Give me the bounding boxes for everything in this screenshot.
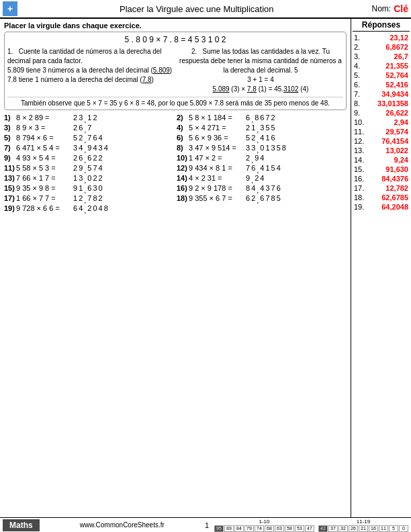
- digit: 6: [79, 124, 83, 132]
- problem-number: 5): [4, 134, 16, 142]
- problem-row: 17)1 66 × 7 7 =12,782: [4, 193, 174, 203]
- stat-label-1-10: 1-10: [259, 519, 269, 525]
- decimal-comma: ,: [84, 146, 86, 154]
- digit: 5: [87, 164, 91, 172]
- reponse-num: 17.: [354, 184, 364, 192]
- stat-cell: 58: [285, 525, 294, 532]
- digit: 4: [79, 144, 83, 152]
- problem-row: 12)9 434 × 8 1 =76,4154: [177, 163, 347, 173]
- reponse-num: 14.: [354, 156, 364, 164]
- stat-cell: 37: [328, 525, 338, 532]
- decimal-comma: ,: [84, 156, 86, 164]
- reponse-val: 12,782: [385, 184, 408, 192]
- reponse-item: 8.33,01358: [353, 99, 410, 108]
- decimal-comma: ,: [84, 206, 86, 214]
- stat-cell: 5: [389, 525, 398, 532]
- problem-equation: 6 471 × 5 4 =: [16, 144, 73, 152]
- digit: 3: [79, 114, 83, 122]
- problem-answer: 9,24: [246, 174, 264, 182]
- problem-number: 8): [177, 144, 189, 152]
- reponse-num: 10.: [354, 118, 364, 126]
- digit: 8: [104, 204, 108, 212]
- reponse-item: 12.76,4154: [353, 136, 410, 146]
- digit: 3: [251, 144, 255, 152]
- stat-cell: 32: [338, 525, 348, 532]
- stat-cell: 26: [349, 525, 358, 532]
- reponse-val: 23,12: [390, 34, 408, 42]
- problem-answer: 23,12: [73, 114, 97, 122]
- digit: 6: [246, 114, 250, 122]
- problem-answer: 21,355: [246, 124, 275, 132]
- reponse-item: 16.84,4376: [353, 174, 410, 183]
- stat-cell: 0: [399, 525, 408, 532]
- reponse-num: 19.: [354, 203, 364, 211]
- footer-url: www.CommonCoreSheets.fr: [45, 521, 199, 529]
- reponse-num: 2.: [354, 43, 360, 51]
- reponse-val: 21,355: [385, 62, 408, 70]
- digit: 8: [246, 184, 250, 192]
- stat-row-1: 95898479746863585347: [214, 525, 314, 532]
- digit: 8: [282, 144, 286, 152]
- digit: 9: [87, 144, 91, 152]
- digit: 6: [246, 194, 250, 202]
- problem-equation: 4 × 2 31 =: [189, 174, 246, 182]
- reponse-item: 9.26,622: [353, 108, 410, 118]
- reponse-item: 19.64,2048: [353, 202, 410, 212]
- digit: 6: [73, 204, 77, 212]
- problem-answer: 29,574: [73, 164, 103, 172]
- digit: 5: [246, 134, 250, 142]
- digit: 7: [271, 184, 275, 192]
- reponse-num: 1.: [354, 34, 360, 42]
- nom-label: Nom:: [372, 4, 392, 13]
- problem-equation: 3 47 × 9 514 =: [189, 144, 246, 152]
- digit: 1: [79, 184, 83, 192]
- digit: 6: [271, 134, 275, 142]
- digit: 4: [79, 204, 83, 212]
- problem-answer: 34,9434: [73, 144, 108, 152]
- problem-answer: 76,4154: [246, 164, 281, 172]
- stat-group-11-19: 11-19 4237322621161150: [318, 519, 408, 532]
- problem-answer: 6,8672: [246, 114, 275, 122]
- digit: 2: [73, 114, 77, 122]
- digit: 0: [99, 184, 103, 192]
- problem-equation: 7 66 × 1 7 =: [16, 174, 73, 182]
- reponse-item: 1.23,12: [353, 33, 410, 42]
- decimal-comma: ,: [251, 156, 253, 164]
- problem-answer: 33,01358: [246, 144, 286, 152]
- stat-cell: 89: [224, 525, 234, 532]
- problem-equation: 5 6 × 9 36 =: [189, 134, 246, 142]
- stat-cell: 47: [305, 525, 314, 532]
- digit: 2: [251, 194, 255, 202]
- example-col-left: 1. Cuente la cantidad de números a la de…: [7, 47, 173, 94]
- reponse-val: 26,622: [385, 109, 408, 117]
- decimal-comma: ,: [84, 116, 86, 124]
- digit: 4: [277, 164, 281, 172]
- reponse-val: 26,7: [394, 52, 408, 60]
- decimal-comma: ,: [257, 126, 259, 134]
- reponse-item: 5.52,764: [353, 71, 410, 80]
- main-content: Placer la virgule dans chaque exercice. …: [0, 19, 411, 517]
- digit: 4: [260, 154, 264, 162]
- problem-equation: 8 9 × 3 =: [16, 124, 73, 132]
- reponse-num: 18.: [354, 193, 364, 202]
- digit: 4: [260, 164, 264, 172]
- problem-equation: 9 728 × 6 6 =: [16, 204, 73, 212]
- digit: 1: [265, 144, 269, 152]
- problem-number: 11): [4, 164, 16, 172]
- digit: 4: [251, 184, 255, 192]
- problem-number: 17): [4, 194, 16, 202]
- decimal-comma: ,: [84, 166, 86, 174]
- digit: 1: [87, 114, 91, 122]
- digit: 4: [260, 184, 264, 192]
- problem-row: 7)6 471 × 5 4 =34,9434: [4, 143, 174, 152]
- reponses-list: 1.23,122.6,86723.26,74.21,3555.52,7646.5…: [353, 33, 410, 212]
- reponse-item: 17.12,782: [353, 183, 410, 193]
- reponse-num: 4.: [354, 62, 360, 70]
- example-equation: 5 . 8 0 9 × 7 . 8 = 4 5 3 1 0 2: [7, 35, 343, 44]
- digit: 6: [87, 184, 91, 192]
- digit: 8: [271, 194, 275, 202]
- reponse-num: 7.: [354, 90, 360, 98]
- digit: 7: [265, 114, 269, 122]
- digit: 4: [260, 174, 264, 182]
- left-section: Placer la virgule dans chaque exercice. …: [0, 19, 351, 517]
